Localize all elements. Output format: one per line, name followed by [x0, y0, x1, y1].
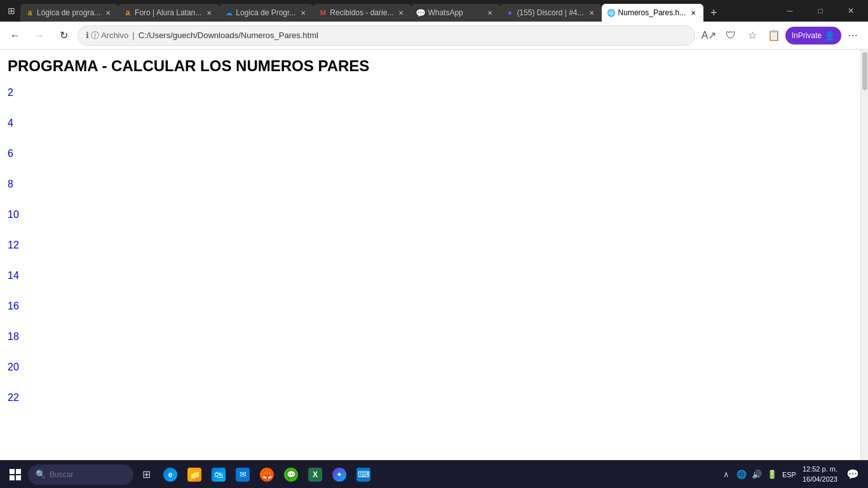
tab-close-logica1[interactable]: ✕	[103, 8, 113, 18]
taskbar-app-mail[interactable]: ✉	[231, 463, 254, 486]
more-options-button[interactable]: ⋯	[843, 25, 863, 46]
tray-volume[interactable]: 🔊	[750, 468, 763, 481]
tab-close-whatsapp[interactable]: ✕	[485, 8, 495, 18]
title-bar: ⊞ a Lógica de progra... ✕ a Foro | Alura…	[0, 0, 868, 22]
even-number-18: 18	[8, 332, 853, 342]
clock-date: 16/04/2023	[803, 475, 837, 484]
vscode-icon: ⌨	[356, 468, 370, 482]
back-button[interactable]: ←	[5, 25, 25, 46]
collections-button[interactable]: 📋	[764, 25, 784, 46]
title-bar-right: ─ □ ✕	[775, 0, 865, 22]
tab-close-discord[interactable]: ✕	[587, 8, 597, 18]
tab-label-whatsapp: WhatsApp	[428, 8, 482, 17]
clock-time: 12:52 p. m.	[803, 464, 837, 474]
tab-label-recibidos: Recibidos - darie...	[330, 8, 393, 17]
mail-icon: ✉	[236, 468, 250, 482]
taskbar-app-firefox[interactable]: 🦊	[255, 463, 278, 486]
tab-label-foro: Foro | Alura Latan...	[135, 8, 201, 17]
tab-numeros-pares[interactable]: 🌐 Numeros_Pares.h... ✕	[602, 4, 704, 22]
tab-close-logica2[interactable]: ✕	[298, 8, 308, 18]
taskbar-app-excel[interactable]: X	[304, 463, 327, 486]
address-input[interactable]	[139, 30, 687, 40]
taskbar-app-store[interactable]: 🛍	[207, 463, 230, 486]
even-number-2: 2	[8, 88, 853, 98]
start-icon	[10, 469, 21, 480]
tab-close-foro[interactable]: ✕	[204, 8, 214, 18]
read-aloud-button[interactable]: A↗	[699, 25, 719, 46]
explorer-icon: 📁	[187, 468, 201, 482]
notification-button[interactable]: 💬	[843, 464, 863, 485]
even-number-16: 16	[8, 301, 853, 311]
refresh-button[interactable]: ↻	[53, 25, 74, 46]
taskbar-tray: ∧ 🌐 🔊 🔋 ESP	[720, 468, 797, 481]
tab-logica1[interactable]: a Lógica de progra... ✕	[20, 4, 118, 22]
inprivate-button[interactable]: InPrivate 👤	[785, 27, 841, 44]
taskbar-app-vscode[interactable]: ⌨	[352, 463, 375, 486]
tab-label-logica2: Logica de Progr...	[236, 8, 295, 17]
forward-button[interactable]: →	[29, 25, 50, 46]
address-input-container[interactable]: ℹ ⓘ Archivo |	[78, 25, 695, 46]
address-bar: ← → ↻ ℹ ⓘ Archivo | A↗ 🛡 ☆ 📋 InPrivate 👤…	[0, 22, 868, 50]
tab-favicon-numeros-pares: 🌐	[607, 8, 616, 17]
taskbar-app-edge[interactable]: e	[159, 463, 182, 486]
tray-network[interactable]: 🌐	[735, 468, 748, 481]
close-button[interactable]: ✕	[836, 0, 865, 22]
tab-close-recibidos[interactable]: ✕	[396, 8, 406, 18]
tab-favicon-whatsapp: 💬	[416, 8, 425, 17]
taskbar-app-copilot[interactable]: ✦	[328, 463, 351, 486]
tab-recibidos[interactable]: M Recibidos - darie... ✕	[313, 4, 411, 22]
even-number-22: 22	[8, 393, 853, 403]
title-bar-left: ⊞	[3, 2, 20, 20]
protocol-label: ⓘ Archivo	[91, 30, 128, 41]
tray-language[interactable]: ESP	[781, 468, 797, 481]
main-content: PROGRAMA - CALCULAR LOS NUMEROS PARES 24…	[0, 50, 868, 460]
tray-show-hidden[interactable]: ∧	[720, 468, 733, 481]
task-view-button[interactable]: ⊞	[136, 464, 156, 485]
page-title: PROGRAMA - CALCULAR LOS NUMEROS PARES	[8, 57, 853, 75]
address-bar-actions: A↗ 🛡 ☆ 📋 InPrivate 👤 ⋯	[699, 25, 863, 46]
tab-favicon-logica2: ☁	[224, 8, 233, 17]
address-separator: |	[132, 30, 134, 40]
tab-close-numeros-pares[interactable]: ✕	[688, 8, 698, 18]
tab-foro[interactable]: a Foro | Alura Latan... ✕	[118, 4, 219, 22]
minimize-button[interactable]: ─	[775, 0, 804, 22]
even-number-8: 8	[8, 179, 853, 189]
tab-discord[interactable]: ● (155) Discord | #4... ✕	[500, 4, 601, 22]
taskbar-apps: e 📁 🛍 ✉ 🦊 💬 X ✦ ⌨	[159, 463, 717, 486]
inprivate-label: InPrivate	[792, 31, 822, 40]
taskbar-clock[interactable]: 12:52 p. m. 16/04/2023	[800, 464, 840, 484]
tab-favicon-foro: a	[123, 8, 132, 17]
tab-label-discord: (155) Discord | #4...	[517, 8, 583, 17]
scrollbar-thumb[interactable]	[862, 52, 867, 90]
taskbar-app-explorer[interactable]: 📁	[183, 463, 206, 486]
search-icon: 🔍	[36, 470, 46, 479]
taskbar-right: ∧ 🌐 🔊 🔋 ESP 12:52 p. m. 16/04/2023 💬	[720, 464, 863, 485]
favorites-button[interactable]: ☆	[742, 25, 763, 46]
firefox-icon: 🦊	[260, 468, 274, 482]
browser-essentials-button[interactable]: 🛡	[721, 25, 741, 46]
even-number-6: 6	[8, 149, 853, 159]
taskbar-search[interactable]: 🔍	[28, 464, 133, 485]
tray-battery[interactable]: 🔋	[766, 468, 778, 481]
even-number-14: 14	[8, 271, 853, 281]
tab-favicon-recibidos: M	[318, 8, 327, 17]
tab-logica2[interactable]: ☁ Logica de Progr... ✕	[219, 4, 313, 22]
info-icon: ℹ	[86, 30, 89, 40]
even-numbers-list: 246810121416182022	[8, 88, 853, 403]
even-number-10: 10	[8, 210, 853, 220]
even-number-12: 12	[8, 240, 853, 250]
taskbar-search-input[interactable]	[50, 470, 126, 479]
start-button[interactable]	[5, 464, 25, 485]
taskbar-app-wechat[interactable]: 💬	[280, 463, 302, 486]
new-tab-button[interactable]: +	[705, 4, 722, 22]
scrollbar[interactable]	[860, 50, 868, 460]
address-protocol: ℹ ⓘ Archivo	[86, 30, 128, 41]
store-icon: 🛍	[212, 468, 226, 482]
tab-favicon-logica1: a	[25, 8, 34, 17]
tabs-container: a Lógica de progra... ✕ a Foro | Alura L…	[20, 0, 775, 22]
window-switcher-button[interactable]: ⊞	[3, 2, 20, 20]
wechat-icon: 💬	[284, 468, 298, 482]
tab-whatsapp[interactable]: 💬 WhatsApp ✕	[411, 4, 500, 22]
page-content: PROGRAMA - CALCULAR LOS NUMEROS PARES 24…	[0, 50, 860, 460]
maximize-button[interactable]: □	[806, 0, 835, 22]
